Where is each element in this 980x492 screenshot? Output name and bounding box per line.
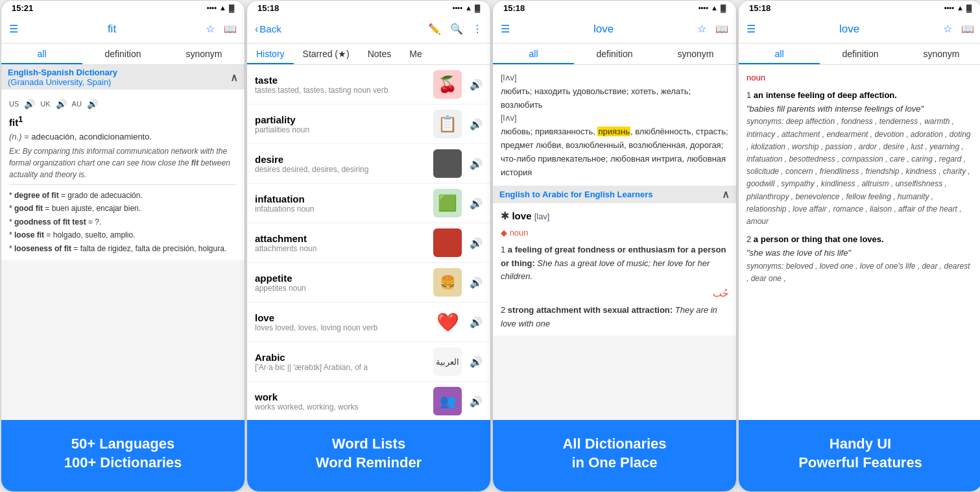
tab-me[interactable]: Me xyxy=(400,43,431,64)
list-item-attachment[interactable]: attachment attachments noun 🔊 xyxy=(247,223,490,263)
collapse-icon-1[interactable]: ∧ xyxy=(230,71,238,84)
back-label[interactable]: Back xyxy=(259,23,281,34)
list-item-infatuation[interactable]: infatuation infatuations noun 🟩 🔊 xyxy=(247,184,490,223)
status-bar-3: 15:18 •••• ▲ ▓ xyxy=(493,1,736,15)
tab-all-1[interactable]: all xyxy=(1,43,82,64)
banner-text-3: All Dictionaries in One Place xyxy=(562,435,666,472)
synonyms-line-1: synonyms: deep affection , fondness , te… xyxy=(747,116,974,228)
history-tabs: History Starred (★) Notes Me xyxy=(247,43,490,65)
dict-title-1: English-Spanish Dictionary(Granada Unive… xyxy=(8,68,117,87)
audio-arabic-icon[interactable]: 🔊 xyxy=(470,356,483,368)
book-icon[interactable]: 📖 xyxy=(224,23,237,35)
star-icon[interactable]: ☆ xyxy=(206,23,215,35)
audio-taste-icon[interactable]: 🔊 xyxy=(470,79,483,91)
thumb-infatuation: 🟩 xyxy=(433,189,462,217)
wifi-icon-4: ▲ xyxy=(957,4,964,12)
audio-love-icon[interactable]: 🔊 xyxy=(470,316,483,328)
phone-1: 15:21 •••• ▲ ▓ ☰ fit ☆ 📖 all definition … xyxy=(1,0,245,492)
word-partiality: partiality xyxy=(255,114,428,125)
book-icon-4[interactable]: 📖 xyxy=(961,23,974,35)
sub-partiality: partialities noun xyxy=(255,125,428,134)
tab-synonym-4[interactable]: synonym xyxy=(901,43,980,64)
book-icon-3[interactable]: 📖 xyxy=(715,23,728,35)
pencil-icon[interactable]: ✏️ xyxy=(428,23,441,35)
banner-1: 50+ Languages 100+ Dictionaries xyxy=(1,420,245,491)
arabic-word-display: حُب xyxy=(501,286,728,301)
pronunciation-row: US 🔊 UK 🔊 AU 🔊 xyxy=(9,95,237,114)
pron-au: AU xyxy=(72,99,82,110)
list-item-arabic[interactable]: Arabic ['Ar·a·bic || 'ærəbɪk] Arabian, o… xyxy=(247,342,490,382)
word-attachment: attachment xyxy=(255,233,428,244)
audio-attachment-icon[interactable]: 🔊 xyxy=(470,237,483,249)
tab-synonym-3[interactable]: synonym xyxy=(655,43,736,64)
nav-bar-1: ☰ fit ☆ 📖 xyxy=(1,15,245,43)
tab-definition-4[interactable]: definition xyxy=(820,43,901,64)
menu-icon-3[interactable]: ☰ xyxy=(501,23,510,35)
list-item-work[interactable]: work works worked, working, works 👥 🔊 xyxy=(247,382,490,420)
list-item-text-work: work works worked, working, works xyxy=(255,391,428,412)
seg-tabs-4: all definition synonym xyxy=(739,43,980,65)
signal-icon-4: •••• xyxy=(944,4,954,12)
tab-notes[interactable]: Notes xyxy=(359,43,401,64)
status-icons-2: •••• ▲ ▓ xyxy=(453,4,480,12)
word-arabic: Arabic xyxy=(255,352,428,363)
star-icon-3[interactable]: ☆ xyxy=(697,23,706,35)
menu-icon[interactable]: ☰ xyxy=(9,23,18,35)
audio-infatuation-icon[interactable]: 🔊 xyxy=(470,197,483,210)
status-time-1: 15:21 xyxy=(12,3,33,13)
audio-appetite-icon[interactable]: 🔊 xyxy=(470,277,483,289)
audio-us-icon[interactable]: 🔊 xyxy=(24,97,35,111)
tab-definition-3[interactable]: definition xyxy=(574,43,655,64)
status-icons-4: •••• ▲ ▓ xyxy=(944,4,972,12)
menu-icon-4[interactable]: ☰ xyxy=(747,23,756,35)
list-item-text-desire: desire desires desired, desires, desirin… xyxy=(255,154,428,174)
audio-work-icon[interactable]: 🔊 xyxy=(470,395,483,408)
tab-starred[interactable]: Starred (★) xyxy=(294,43,359,64)
word-taste: taste xyxy=(255,75,428,86)
tab-all-3[interactable]: all xyxy=(493,43,574,64)
list-item-text-love: love loves loved, loves, loving noun ver… xyxy=(255,312,428,332)
thumb-partiality: 📋 xyxy=(433,110,462,138)
list-item-love[interactable]: love loves loved, loves, loving noun ver… xyxy=(247,302,490,342)
list-item-text-attachment: attachment attachments noun xyxy=(255,233,428,253)
status-bar-2: 15:18 •••• ▲ ▓ xyxy=(247,1,490,15)
list-item-text-arabic: Arabic ['Ar·a·bic || 'ærəbɪk] Arabian, o… xyxy=(255,352,428,372)
word-appetite: appetite xyxy=(255,273,428,284)
list-item-taste[interactable]: taste tastes tasted, tastes, tasting nou… xyxy=(247,65,490,105)
synonyms-line-2: synonyms: beloved , loved one , love of … xyxy=(747,260,974,285)
collapse-icon-3[interactable]: ∧ xyxy=(722,188,730,201)
tab-history[interactable]: History xyxy=(247,43,294,64)
audio-uk-icon[interactable]: 🔊 xyxy=(56,97,67,111)
audio-partiality-icon[interactable]: 🔊 xyxy=(470,118,483,130)
star-icon-4[interactable]: ☆ xyxy=(943,23,952,35)
nav-right-icons-2: ✏️ 🔍 ⋮ xyxy=(428,23,483,35)
audio-au-icon[interactable]: 🔊 xyxy=(87,97,98,111)
entry-example-1: Ex: By comparing this informal communica… xyxy=(9,145,237,180)
back-button[interactable]: ‹ Back xyxy=(255,23,281,35)
seg-tabs-1: all definition synonym xyxy=(1,43,245,65)
def-bold-2: a person or thing that one loves. xyxy=(754,234,884,244)
def-quote-1: "babies fill parents with intense feelin… xyxy=(747,103,974,116)
list-item-desire[interactable]: desire desires desired, desires, desirin… xyxy=(247,144,490,184)
battery-icon-3: ▓ xyxy=(721,4,726,12)
list-item-appetite[interactable]: appetite appetites noun 🍔 🔊 xyxy=(247,263,490,302)
arabic-pos-row: ◆ noun xyxy=(501,227,728,240)
search-icon[interactable]: 🔍 xyxy=(450,23,463,35)
audio-desire-icon[interactable]: 🔊 xyxy=(470,158,483,170)
thumb-taste: 🍒 xyxy=(433,70,462,99)
tab-synonym-1[interactable]: synonym xyxy=(163,43,245,64)
battery-icon-2: ▓ xyxy=(475,4,480,12)
tab-all-4[interactable]: all xyxy=(739,43,820,64)
nav-bar-3: ☰ love ☆ 📖 xyxy=(493,15,736,43)
banner-3: All Dictionaries in One Place xyxy=(493,420,736,491)
thumb-love: ❤️ xyxy=(433,308,462,336)
content-4: noun 1 an intense feeling of deep affect… xyxy=(739,65,980,420)
more-icon[interactable]: ⋮ xyxy=(472,23,483,35)
entry-extras-1: * degree of fit = grado de adecuación. *… xyxy=(9,189,237,255)
diamond-icon: ◆ xyxy=(501,228,510,238)
arabic-noun-label: noun xyxy=(510,228,529,238)
arabic-phonetic: [lav] xyxy=(534,212,550,221)
tab-definition-1[interactable]: definition xyxy=(82,43,163,64)
sub-attachment: attachments noun xyxy=(255,244,428,253)
list-item-partiality[interactable]: partiality partialities noun 📋 🔊 xyxy=(247,105,490,144)
